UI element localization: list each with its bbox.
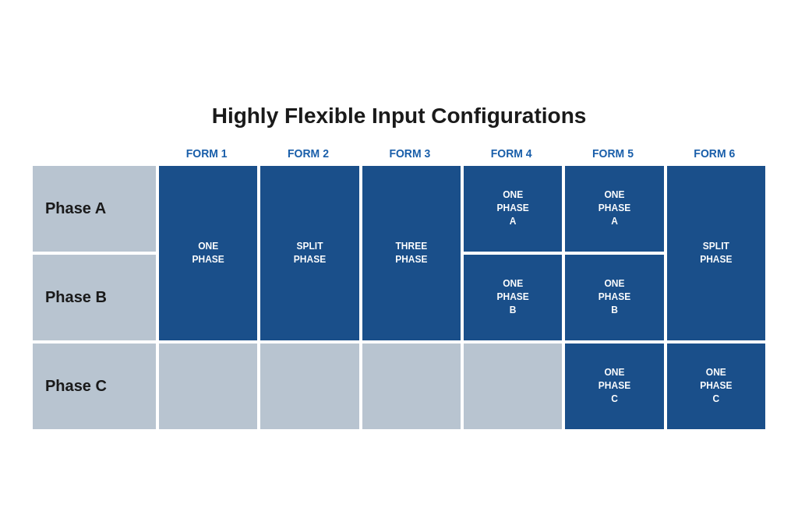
configuration-grid: Phase A ONE PHASE SPLIT PHASE THREE PHAS…: [33, 166, 765, 429]
column-headers: FORM 1FORM 2FORM 3FORM 4FORM 5FORM 6: [156, 147, 765, 166]
form2-phase-c: [260, 344, 358, 429]
phase-b-label: Phase B: [33, 255, 156, 340]
form1-phase-c: [159, 344, 257, 429]
form5-phase-b: ONE PHASE B: [565, 255, 663, 340]
form4-phase-a: ONE PHASE A: [464, 166, 562, 252]
form4-phase-c: [464, 344, 562, 429]
form3-phase-ab: THREE PHASE: [362, 166, 461, 340]
form1-phase-ab: ONE PHASE: [159, 166, 257, 340]
page-title: Highly Flexible Input Configurations: [33, 104, 765, 129]
header-form-3: FORM 3: [359, 147, 461, 166]
header-form-1: FORM 1: [156, 147, 257, 166]
header-form-5: FORM 5: [562, 147, 663, 166]
form3-phase-c: [362, 344, 461, 429]
header-form-2: FORM 2: [257, 147, 358, 166]
form6-phase-ab: SPLIT PHASE: [667, 166, 765, 340]
form5-phase-c: ONE PHASE C: [565, 344, 663, 429]
header-form-4: FORM 4: [461, 147, 562, 166]
form6-phase-c: ONE PHASE C: [667, 344, 765, 429]
form5-phase-a: ONE PHASE A: [565, 166, 663, 252]
main-container: Highly Flexible Input Configurations FOR…: [33, 104, 765, 429]
form4-phase-b: ONE PHASE B: [464, 255, 562, 340]
header-form-6: FORM 6: [664, 147, 765, 166]
form2-phase-ab: SPLIT PHASE: [260, 166, 358, 340]
phase-a-label: Phase A: [33, 166, 156, 252]
phase-c-label: Phase C: [33, 344, 156, 429]
